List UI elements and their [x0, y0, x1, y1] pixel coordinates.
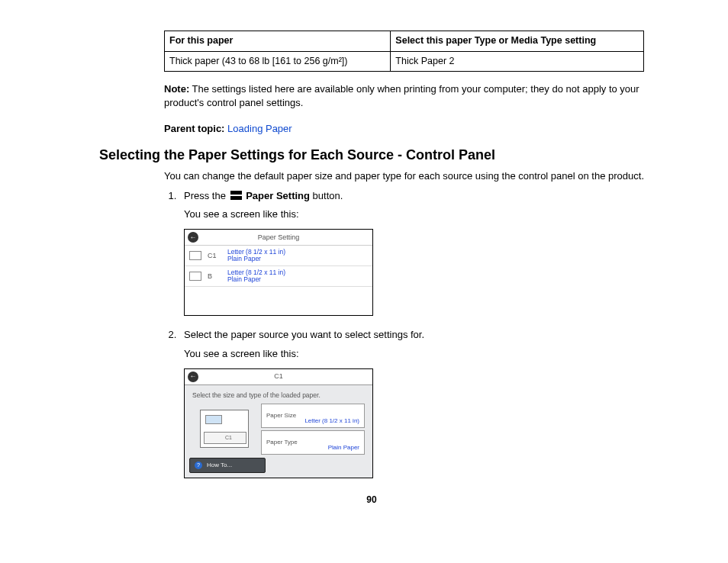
step1-post: button.: [310, 190, 343, 201]
tray-icon: [189, 251, 201, 260]
intro-text: You can change the default paper size an…: [164, 169, 644, 183]
parent-topic-label: Parent topic:: [164, 123, 224, 134]
tray-type: Plain Paper: [227, 276, 285, 283]
step2-text: Select the paper source you want to sele…: [184, 329, 424, 340]
screenshot-c1: ← C1 Select the size and type of the loa…: [184, 368, 373, 478]
tray-row-c1[interactable]: C1 Letter (8 1/2 x 11 in) Plain Paper: [185, 246, 372, 266]
step-1: Press the Paper Setting button. You see …: [179, 189, 644, 316]
paper-type-row[interactable]: Paper Type Plain Paper: [261, 430, 365, 455]
note-text: The settings listed here are available o…: [164, 83, 639, 108]
how-to-label: How To...: [207, 461, 232, 469]
how-to-button[interactable]: ? How To...: [189, 458, 266, 473]
printer-illustration: C1: [192, 404, 255, 452]
screenshot-header: ← Paper Setting: [185, 230, 372, 246]
tray-value: Letter (8 1/2 x 11 in) Plain Paper: [227, 269, 285, 284]
paper-setting-icon: [230, 191, 242, 200]
page-number: 90: [99, 494, 644, 507]
setting-value: Plain Paper: [328, 443, 359, 452]
tray-row-b[interactable]: B Letter (8 1/2 x 11 in) Plain Paper: [185, 266, 372, 287]
table-header: Select this paper Type or Media Type set…: [391, 31, 644, 52]
step1-button-label: Paper Setting: [246, 190, 310, 201]
section-heading: Selecting the Paper Settings for Each So…: [99, 146, 644, 165]
note-block: Note: The settings listed here are avail…: [164, 82, 644, 110]
screenshot-title: C1: [185, 372, 372, 381]
paper-type-table: For this paper Select this paper Type or…: [164, 31, 644, 72]
note-label: Note:: [164, 83, 189, 95]
setting-value: Letter (8 1/2 x 11 in): [304, 417, 359, 425]
question-icon: ?: [195, 462, 202, 469]
parent-topic: Parent topic: Loading Paper: [164, 122, 644, 136]
step1-sub: You see a screen like this:: [184, 208, 644, 221]
tray-type: Plain Paper: [227, 256, 285, 262]
parent-topic-link[interactable]: Loading Paper: [227, 123, 292, 134]
tray-label: C1: [208, 251, 227, 261]
step2-sub: You see a screen like this:: [184, 347, 644, 361]
tray-label: B: [208, 272, 227, 282]
tray-icon: [189, 272, 201, 281]
screenshot-paper-setting: ← Paper Setting C1 Letter (8 1/2 x 11 in…: [184, 229, 373, 316]
table-header: For this paper: [165, 31, 391, 52]
screenshot-header: ← C1: [185, 369, 372, 385]
step-2: Select the paper source you want to sele…: [179, 328, 644, 478]
screenshot-title: Paper Setting: [185, 233, 372, 243]
tray-value: Letter (8 1/2 x 11 in) Plain Paper: [227, 249, 285, 263]
table-cell: Thick Paper 2: [391, 51, 644, 72]
step1-pre: Press the: [184, 190, 229, 201]
screenshot-prompt: Select the size and type of the loaded p…: [185, 385, 372, 404]
paper-size-row[interactable]: Paper Size Letter (8 1/2 x 11 in): [261, 404, 365, 428]
table-cell: Thick paper (43 to 68 lb [161 to 256 g/m…: [165, 51, 391, 72]
